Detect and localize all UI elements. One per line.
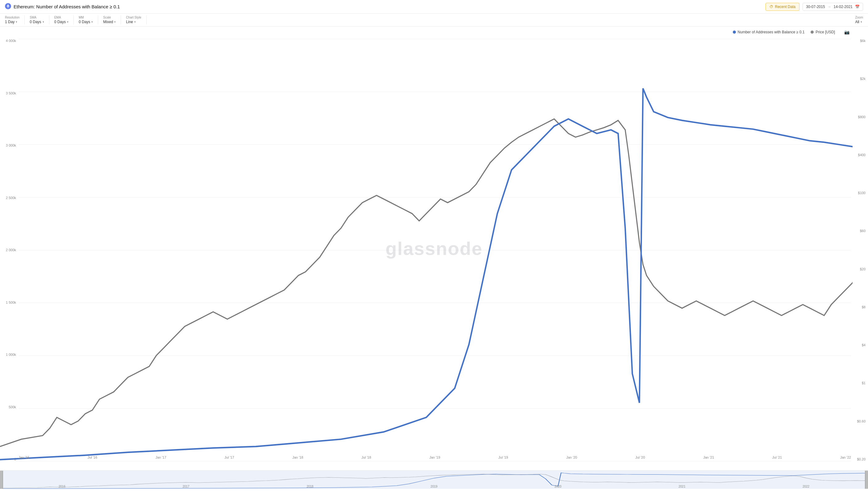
header-left: Ethereum: Number of Addresses with Balan… xyxy=(5,3,120,10)
resolution-label: Resolution xyxy=(5,16,19,19)
chart-legend: Number of Addresses with Balance ≥ 0.1 P… xyxy=(733,30,850,35)
y-right-label: $4 xyxy=(862,343,866,347)
zoom-label: Zoom xyxy=(855,16,863,19)
y-right-label: $60 xyxy=(860,229,866,233)
legend-gray: Price [USD] xyxy=(811,30,835,34)
mm-chevron: ▾ xyxy=(91,20,93,23)
scale-control[interactable]: Scale Mixed ▾ xyxy=(98,15,121,24)
y-right-label: $0.60 xyxy=(857,420,866,423)
minimap-handle-right[interactable] xyxy=(866,471,868,489)
x-axis-label: Jan '18 xyxy=(292,456,303,459)
recent-data-label: Recent Data xyxy=(775,5,796,9)
x-axis-label: Jan '16 xyxy=(18,456,29,459)
date-arrow: → xyxy=(828,5,831,9)
chart-style-control[interactable]: Chart Style Line ▾ xyxy=(121,15,146,24)
scale-value: Mixed ▾ xyxy=(103,20,116,24)
y-right-label: $8 xyxy=(862,305,866,309)
chart-container: Number of Addresses with Balance ≥ 0.1 P… xyxy=(0,27,868,470)
y-right-label: $2k xyxy=(860,77,866,81)
date-start: 30-07-2015 xyxy=(806,5,825,9)
addresses-line xyxy=(0,88,853,460)
toolbar: Resolution 1 Day ▾ SMA 0 Days ▾ EMA 0 Da… xyxy=(0,14,868,27)
grid-line xyxy=(18,461,851,461)
scale-label: Scale xyxy=(103,16,116,19)
x-axis-label: Jul '16 xyxy=(88,456,97,459)
sma-chevron: ▾ xyxy=(42,20,44,23)
resolution-value: 1 Day ▾ xyxy=(5,20,19,24)
minimap-selected xyxy=(2,471,866,489)
legend-blue-label: Number of Addresses with Balance ≥ 0.1 xyxy=(738,30,805,34)
date-end: 14-02-2021 xyxy=(834,5,853,9)
page-title: Ethereum: Number of Addresses with Balan… xyxy=(14,4,120,9)
y-right-label: $1 xyxy=(862,381,866,385)
mm-value: 0 Days ▾ xyxy=(79,20,93,24)
chart-svg xyxy=(0,39,853,461)
x-axis-label: Jan '17 xyxy=(156,456,166,459)
header: Ethereum: Number of Addresses with Balan… xyxy=(0,0,868,14)
minimap: 2016201720182019202020212022 xyxy=(0,470,868,489)
x-axis-label: Jan '19 xyxy=(429,456,440,459)
resolution-control[interactable]: Resolution 1 Day ▾ xyxy=(0,15,25,24)
zoom-control[interactable]: Zoom All ▾ xyxy=(850,15,868,24)
calendar-icon[interactable]: 📅 xyxy=(855,5,860,9)
y-right-label: $100 xyxy=(858,191,866,195)
ema-chevron: ▾ xyxy=(67,20,69,23)
y-right-label: $800 xyxy=(858,115,866,119)
header-right: ⏱ Recent Data 30-07-2015 → 14-02-2021 📅 xyxy=(766,3,863,11)
mm-label: MM xyxy=(79,16,93,19)
sma-label: SMA xyxy=(30,16,44,19)
legend-gray-label: Price [USD] xyxy=(816,30,835,34)
chart-style-chevron: ▾ xyxy=(134,20,136,23)
y-right-label: $20 xyxy=(860,267,866,271)
ethereum-icon xyxy=(5,3,11,10)
ema-value: 0 Days ▾ xyxy=(54,20,69,24)
minimap-handle-left[interactable] xyxy=(0,471,2,489)
ema-control[interactable]: EMA 0 Days ▾ xyxy=(49,15,74,24)
zoom-value: All ▾ xyxy=(855,20,863,24)
y-right-label: $0.20 xyxy=(857,457,866,461)
price-line xyxy=(0,119,853,446)
x-axis-label: Jan '22 xyxy=(840,456,851,459)
date-range: 30-07-2015 → 14-02-2021 📅 xyxy=(803,3,863,11)
camera-icon[interactable]: 📷 xyxy=(844,30,850,35)
y-axis-right: $6k$2k$800$400$100$60$20$8$4$1$0.60$0.20 xyxy=(851,39,868,461)
scale-chevron: ▾ xyxy=(114,20,116,23)
y-right-label: $6k xyxy=(860,39,866,42)
ema-label: EMA xyxy=(54,16,69,19)
sma-control[interactable]: SMA 0 Days ▾ xyxy=(25,15,49,24)
chart-style-label: Chart Style xyxy=(126,16,141,19)
mm-control[interactable]: MM 0 Days ▾ xyxy=(74,15,98,24)
x-axis-label: Jan '21 xyxy=(703,456,714,459)
chart-svg-area xyxy=(0,39,853,461)
zoom-chevron: ▾ xyxy=(861,20,862,23)
legend-gray-dot xyxy=(811,31,814,34)
recent-data-button[interactable]: ⏱ Recent Data xyxy=(766,3,800,11)
chart-style-value: Line ▾ xyxy=(126,20,141,24)
x-axis-label: Jan '20 xyxy=(566,456,577,459)
x-axis-label: Jul '17 xyxy=(224,456,234,459)
legend-blue-dot xyxy=(733,31,736,34)
sma-value: 0 Days ▾ xyxy=(30,20,44,24)
x-axis-label: Jul '18 xyxy=(361,456,371,459)
x-axis-label: Jul '21 xyxy=(772,456,782,459)
x-axis-label: Jul '20 xyxy=(635,456,645,459)
x-axis-label: Jul '19 xyxy=(498,456,508,459)
clock-icon: ⏱ xyxy=(769,5,773,9)
resolution-chevron: ▾ xyxy=(16,20,17,23)
legend-blue: Number of Addresses with Balance ≥ 0.1 xyxy=(733,30,805,34)
x-axis: Jan '16Jul '16Jan '17Jul '17Jan '18Jul '… xyxy=(18,453,851,461)
y-right-label: $400 xyxy=(858,153,866,157)
